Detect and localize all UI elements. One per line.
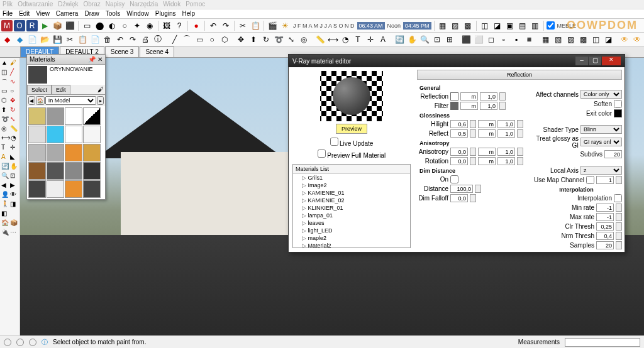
list-item[interactable]: lampa_01: [293, 212, 410, 219]
batch-icon[interactable]: 📦: [52, 20, 63, 31]
list-item[interactable]: Material2: [293, 242, 410, 248]
more2-icon[interactable]: ⋯: [10, 229, 18, 237]
time-noon[interactable]: Noon: [386, 23, 402, 29]
wh-tool-icon[interactable]: 📦: [10, 219, 18, 228]
aniso-input[interactable]: [450, 148, 468, 156]
new-icon[interactable]: 📄: [26, 34, 38, 45]
details-btn[interactable]: ▸: [97, 96, 104, 105]
samples-input[interactable]: [596, 241, 614, 249]
poly-tool-icon[interactable]: ⬡: [1, 97, 9, 106]
swatch-8[interactable]: [83, 126, 101, 143]
iso-icon[interactable]: ⬛: [460, 34, 472, 45]
spinner[interactable]: [616, 222, 622, 231]
ext-tool-icon[interactable]: 🔌: [1, 229, 9, 237]
eye2-icon[interactable]: 👁: [631, 34, 643, 45]
follow-tool-icon[interactable]: ➰: [1, 116, 9, 124]
swatch-2[interactable]: [47, 107, 64, 125]
arc-icon[interactable]: ⌒: [181, 34, 192, 45]
reflection-color[interactable]: [450, 92, 458, 101]
arc-tool-icon[interactable]: ⌒: [1, 78, 9, 87]
falloff-input[interactable]: [450, 194, 468, 202]
swatch-3[interactable]: [65, 107, 82, 125]
follow-icon[interactable]: ➰: [273, 34, 284, 45]
gi-select[interactable]: GI rays only: [580, 138, 622, 146]
hidden-icon[interactable]: ▨: [565, 34, 576, 45]
close-dialog-icon[interactable]: ✕: [602, 57, 621, 65]
push-tool-icon[interactable]: ⬆: [1, 106, 9, 115]
orbit-tool-icon[interactable]: 🔄: [1, 163, 9, 171]
undo-icon[interactable]: ↶: [208, 20, 219, 31]
help-icon[interactable]: ?: [174, 20, 185, 31]
mapch-input[interactable]: [596, 176, 614, 184]
swatch-17[interactable]: [28, 180, 46, 198]
materials-panel[interactable]: Materials 📌 ✕ ORYNNOWANIE Select Edit 🖌 …: [26, 54, 106, 200]
swatch-14[interactable]: [47, 162, 64, 180]
materials-title[interactable]: Materials 📌 ✕: [27, 55, 105, 65]
scale-icon[interactable]: ⤡: [286, 34, 297, 45]
swatch-19[interactable]: [65, 180, 82, 198]
vray-dialog[interactable]: V-Ray material editor – ▢ ✕ Preview Live…: [288, 54, 625, 253]
list-item[interactable]: light_LED: [293, 227, 410, 234]
list-item[interactable]: Grils1: [293, 174, 410, 182]
pos-tool-icon[interactable]: 👤: [1, 191, 9, 200]
swatch-5[interactable]: [28, 126, 46, 143]
light2-icon[interactable]: ✦: [131, 20, 143, 31]
offset-tool-icon[interactable]: ◎: [1, 125, 9, 134]
affect-select[interactable]: Color only: [580, 90, 622, 99]
layers3-icon[interactable]: ▩: [462, 20, 474, 31]
left-icon[interactable]: ◾: [523, 34, 535, 45]
spinner[interactable]: [499, 92, 506, 101]
close-icon[interactable]: ✕: [97, 56, 103, 63]
swatch-10[interactable]: [47, 144, 64, 161]
clr-input[interactable]: [596, 222, 614, 231]
top-icon[interactable]: ⬜: [473, 34, 484, 45]
dim-on-check[interactable]: [450, 175, 458, 183]
preview-full-check[interactable]: [318, 150, 326, 158]
select-icon[interactable]: ▭: [81, 20, 92, 31]
spinner[interactable]: [616, 232, 622, 240]
line-tool-icon[interactable]: ╱: [10, 68, 18, 77]
vray-r-icon[interactable]: R: [26, 20, 38, 31]
l8-icon[interactable]: ▥: [530, 20, 541, 31]
cut2-icon[interactable]: ✂: [64, 34, 75, 45]
pan-tool-icon[interactable]: ✋: [10, 163, 18, 171]
time-morning[interactable]: 06:43 AM: [357, 22, 385, 30]
back-icon[interactable]: ▪: [511, 34, 522, 45]
xray-icon[interactable]: ▦: [540, 34, 551, 45]
swatch-13[interactable]: [28, 162, 46, 180]
l4-icon[interactable]: ◫: [479, 20, 491, 31]
status-circle-1[interactable]: [4, 339, 11, 346]
walk-tool-icon[interactable]: 🚶: [1, 200, 9, 209]
filter-map[interactable]: [460, 102, 478, 110]
spinner[interactable]: [475, 185, 481, 193]
move-icon[interactable]: ✥: [235, 34, 247, 45]
next-tool-icon[interactable]: ▶: [10, 182, 18, 190]
comp-tool-icon[interactable]: 🏠: [1, 219, 9, 228]
exit-color[interactable]: [614, 109, 622, 117]
l5-icon[interactable]: ◪: [492, 20, 503, 31]
prot-tool-icon[interactable]: ◔: [11, 134, 18, 143]
spinner[interactable]: [470, 129, 476, 138]
list-item[interactable]: KAMIENIE_01: [293, 189, 410, 197]
spinner[interactable]: [517, 157, 523, 165]
back-btn[interactable]: ◀: [28, 96, 35, 105]
reflection-section[interactable]: Reflection: [417, 70, 622, 80]
anim-icon[interactable]: 🎬: [267, 20, 278, 31]
interp-check[interactable]: [614, 194, 622, 202]
tab-select[interactable]: Select: [27, 85, 52, 94]
soften-check[interactable]: [614, 100, 622, 108]
dim-icon[interactable]: ⟷: [327, 34, 338, 45]
paint-tool-icon[interactable]: 🖌: [10, 59, 18, 68]
shader-select[interactable]: Blinn: [580, 125, 622, 134]
redo2-icon[interactable]: ↷: [127, 34, 138, 45]
right-icon[interactable]: ▫: [498, 34, 509, 45]
spinner[interactable]: [470, 194, 476, 202]
look-tool-icon[interactable]: 👁: [10, 191, 18, 200]
open-icon[interactable]: 📂: [39, 34, 50, 45]
axes-icon[interactable]: ✛: [365, 34, 376, 45]
wire-icon[interactable]: ▧: [552, 34, 564, 45]
rect-icon[interactable]: ▭: [194, 34, 205, 45]
live-update-check[interactable]: [330, 138, 338, 146]
section-tool-icon[interactable]: ◣: [10, 153, 18, 162]
tape-icon[interactable]: 📏: [314, 34, 326, 45]
